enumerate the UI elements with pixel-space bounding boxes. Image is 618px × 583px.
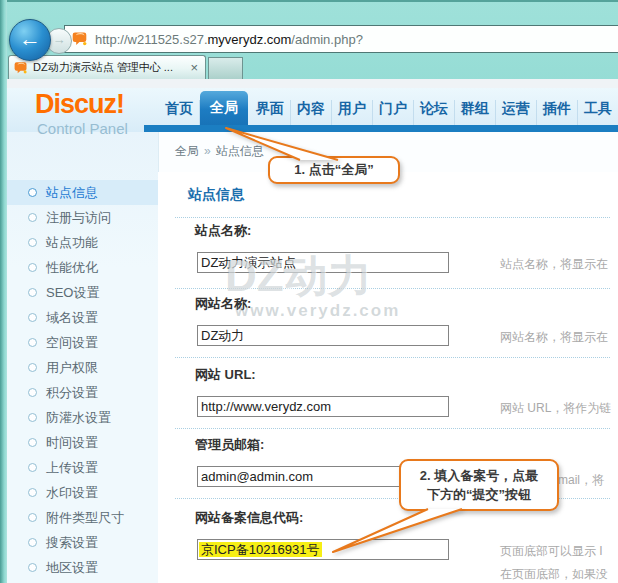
sidebar-item-user-permissions[interactable]: 用户权限: [7, 355, 158, 380]
back-button[interactable]: ←: [9, 19, 51, 61]
bullet-icon: [28, 238, 37, 247]
forward-arrow-icon: →: [53, 32, 66, 47]
sidebar-item-region[interactable]: 地区设置: [7, 555, 158, 580]
window-left-border: [0, 0, 7, 583]
nav-item-home[interactable]: 首页: [159, 100, 200, 125]
sidebar-item-site-info[interactable]: 站点信息: [7, 180, 158, 205]
callout-step2: 2. 填入备案号，点最 下方的“提交”按钮: [399, 459, 559, 511]
site-url-label: 网站 URL:: [195, 366, 256, 384]
bullet-icon: [28, 563, 37, 572]
discuz-favicon-icon: [72, 31, 88, 47]
bullet-icon: [28, 263, 37, 272]
address-bar[interactable]: http://w211525.s27.myverydz.com/admin.ph…: [64, 25, 618, 53]
icp-code-help-line1: 页面底部可以显示 I: [500, 543, 603, 560]
discuz-favicon-icon: [14, 61, 28, 75]
field-row-site-name: 站点名称: 站点名称，将显示在: [158, 222, 618, 292]
page-top-strip: [7, 79, 618, 88]
field-row-site-url: 网站 URL: 网站 URL，将作为链: [158, 366, 618, 436]
callout-step1-text: 1. 点击“全局”: [294, 162, 373, 177]
discuz-logo: Discuz! Control Panel: [35, 90, 128, 137]
window-top-edge: [0, 0, 618, 2]
website-name-label: 网站名称:: [195, 295, 251, 313]
browser-window: ← → http://w211525.s27.myverydz.com/admi…: [0, 0, 618, 583]
breadcrumb-separator: »: [204, 144, 211, 158]
dotted-separator: [175, 217, 610, 218]
nav-item-operations[interactable]: 运营: [496, 100, 537, 125]
page-title: 站点信息: [188, 186, 244, 204]
sidebar-item-watermark[interactable]: 水印设置: [7, 480, 158, 505]
tab-close-icon[interactable]: ×: [188, 60, 200, 75]
bullet-icon: [28, 413, 37, 422]
new-tab-button[interactable]: [208, 57, 243, 80]
nav-item-users[interactable]: 用户: [332, 100, 373, 125]
bullet-icon: [28, 513, 37, 522]
icp-code-help-line2: 在页面底部，如果没: [500, 566, 608, 583]
breadcrumb-page: 站点信息: [216, 144, 264, 158]
site-url-help: 网站 URL，将作为链: [500, 400, 611, 417]
breadcrumb-section[interactable]: 全局: [175, 144, 199, 158]
logo-subtitle: Control Panel: [37, 121, 128, 137]
sidebar-item-time[interactable]: 时间设置: [7, 430, 158, 455]
sidebar: 站点信息 注册与访问 站点功能 性能优化 SEO设置 域名设置 空间设置 用户权…: [7, 132, 159, 583]
nav-item-global[interactable]: 全局: [200, 91, 248, 125]
sidebar-item-search[interactable]: 搜索设置: [7, 530, 158, 555]
nav-item-interface[interactable]: 界面: [250, 100, 291, 125]
back-arrow-icon: ←: [19, 26, 41, 51]
callout-step1: 1. 点击“全局”: [268, 156, 400, 184]
site-name-label: 站点名称:: [195, 222, 251, 240]
sidebar-item-site-functions[interactable]: 站点功能: [7, 230, 158, 255]
nav-item-tools[interactable]: 工具: [578, 100, 618, 125]
nav-item-groups[interactable]: 群组: [455, 100, 496, 125]
website-name-input[interactable]: [197, 325, 449, 346]
bullet-icon: [28, 288, 37, 297]
bullet-icon: [28, 313, 37, 322]
sidebar-item-space[interactable]: 空间设置: [7, 330, 158, 355]
icp-code-input[interactable]: 京ICP备10216931号: [197, 539, 449, 560]
icp-code-label: 网站备案信息代码:: [195, 509, 303, 527]
bullet-icon: [28, 538, 37, 547]
sidebar-item-performance[interactable]: 性能优化: [7, 255, 158, 280]
field-row-website-name: 网站名称: 网站名称，将显示在: [158, 295, 618, 365]
sidebar-item-attachment-types[interactable]: 附件类型尺寸: [7, 505, 158, 530]
main-content: 站点信息 站点名称: 站点名称，将显示在 网站名称: 网站名称，将显示在 网站 …: [158, 172, 618, 583]
bullet-icon: [28, 188, 37, 197]
nav-item-forum[interactable]: 论坛: [414, 100, 455, 125]
sidebar-item-seo[interactable]: SEO设置: [7, 280, 158, 305]
sidebar-item-upload[interactable]: 上传设置: [7, 455, 158, 480]
callout-step2-line2: 下方的“提交”按钮: [401, 485, 557, 504]
admin-page: Discuz! Control Panel 首页 全局 界面 内容 用户 门户 …: [7, 79, 618, 583]
callout-step2-line1: 2. 填入备案号，点最: [401, 466, 557, 485]
bullet-icon: [28, 338, 37, 347]
logo-title: Discuz!: [35, 90, 128, 118]
nav-item-portal[interactable]: 门户: [373, 100, 414, 125]
bullet-icon: [28, 388, 37, 397]
url-text: http://w211525.s27.myverydz.com/admin.ph…: [95, 32, 363, 47]
site-name-input[interactable]: [197, 252, 449, 273]
bullet-icon: [28, 488, 37, 497]
nav-item-content[interactable]: 内容: [291, 100, 332, 125]
bullet-icon: [28, 363, 37, 372]
sidebar-item-credits[interactable]: 积分设置: [7, 380, 158, 405]
site-url-input[interactable]: [197, 396, 449, 417]
sidebar-item-register-access[interactable]: 注册与访问: [7, 205, 158, 230]
highlighted-value: 京ICP备10216931号: [199, 542, 322, 557]
tab-title: DZ动力演示站点 管理中心 ...: [33, 60, 188, 75]
admin-nav: 首页 全局 界面 内容 用户 门户 论坛 群组 运营 插件 工具 云: [159, 88, 618, 125]
website-name-help: 网站名称，将显示在: [500, 329, 608, 346]
admin-email-label: 管理员邮箱:: [195, 436, 264, 454]
bullet-icon: [28, 463, 37, 472]
nav-item-plugins[interactable]: 插件: [537, 100, 578, 125]
bullet-icon: [28, 438, 37, 447]
sidebar-item-flood-control[interactable]: 防灌水设置: [7, 405, 158, 430]
breadcrumb: 全局»站点信息: [175, 143, 264, 160]
field-row-icp-code: 网站备案信息代码: 京ICP备10216931号 页面底部可以显示 I 在页面底…: [158, 509, 618, 579]
site-name-help: 站点名称，将显示在: [500, 256, 608, 273]
nav-underline-bar: [144, 125, 618, 132]
sidebar-item-domain[interactable]: 域名设置: [7, 305, 158, 330]
bullet-icon: [28, 213, 37, 222]
